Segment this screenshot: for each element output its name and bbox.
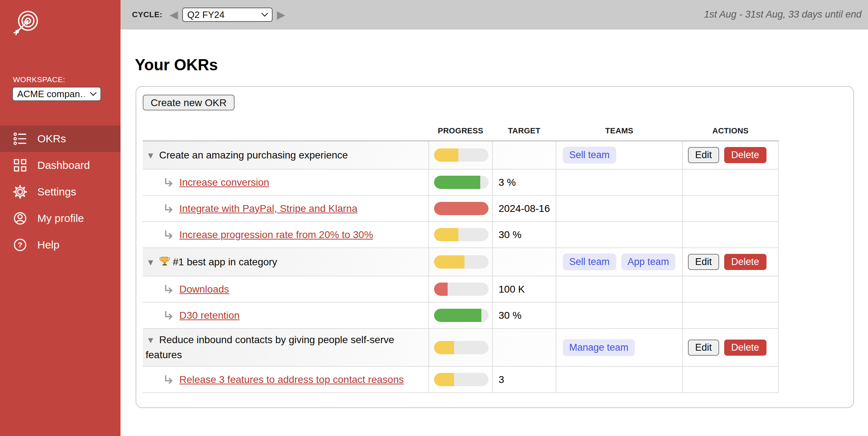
name-cell: Increase conversion xyxy=(143,169,429,195)
cycle-prev-button[interactable]: ◀ xyxy=(168,9,180,20)
okr-table: PROGRESS TARGET TEAMS ACTIONS ▼Create an… xyxy=(143,122,779,393)
key-result-link[interactable]: Release 3 features to address top contac… xyxy=(179,374,404,385)
target-cell: 2024-08-16 xyxy=(492,195,556,222)
objective-row: ▼#1 best app in categorySell teamApp tea… xyxy=(143,248,778,276)
sidebar-item-label: OKRs xyxy=(37,133,66,145)
target-cell xyxy=(492,248,556,276)
delete-button[interactable]: Delete xyxy=(724,254,766,270)
key-result-row: Downloads100 K xyxy=(143,276,778,302)
progress-cell xyxy=(429,195,492,222)
key-result-link[interactable]: Increase progression rate from 20% to 30… xyxy=(179,229,373,240)
collapse-triangle-icon[interactable]: ▼ xyxy=(146,335,155,345)
elbow-arrow-icon xyxy=(164,311,174,321)
actions-cell: EditDelete xyxy=(683,328,778,366)
objective-title: #1 best app in category xyxy=(173,256,277,267)
key-result-row: Increase conversion3 % xyxy=(143,169,778,195)
actions-cell: EditDelete xyxy=(683,141,778,169)
header-progress: PROGRESS xyxy=(429,122,492,141)
team-badge[interactable]: Sell team xyxy=(563,147,616,164)
edit-button[interactable]: Edit xyxy=(688,147,719,163)
delete-button[interactable]: Delete xyxy=(724,340,766,356)
progress-cell xyxy=(429,302,492,328)
key-result-link[interactable]: Integrate with PayPal, Stripe and Klarna xyxy=(179,203,358,214)
progress-cell xyxy=(429,328,492,366)
edit-button[interactable]: Edit xyxy=(688,254,719,270)
okr-list-icon xyxy=(13,132,27,146)
name-cell: Downloads xyxy=(143,276,429,302)
key-result-row: Release 3 features to address top contac… xyxy=(143,366,778,393)
elbow-arrow-icon xyxy=(164,177,174,188)
teams-cell xyxy=(556,276,683,302)
sidebar-item-label: Help xyxy=(37,239,60,251)
sidebar-item-dashboard[interactable]: Dashboard xyxy=(0,152,121,179)
settings-gear-icon xyxy=(13,185,27,199)
collapse-triangle-icon[interactable]: ▼ xyxy=(146,151,155,160)
actions-cell xyxy=(683,302,778,328)
edit-button[interactable]: Edit xyxy=(688,340,719,356)
target-arrow-logo-icon xyxy=(13,10,40,37)
sidebar-item-label: Dashboard xyxy=(37,159,90,171)
objective-title: Create an amazing purchasing experience xyxy=(159,150,348,161)
trophy-icon xyxy=(159,256,170,267)
progress-cell xyxy=(429,366,492,393)
cycle-select[interactable]: Q2 FY24 xyxy=(182,8,273,22)
team-badge[interactable]: App team xyxy=(621,253,676,270)
key-result-link[interactable]: D30 retention xyxy=(179,310,240,321)
actions-cell xyxy=(683,276,778,302)
key-result-row: D30 retention30 % xyxy=(143,302,778,328)
progress-bar-fill xyxy=(434,309,481,322)
workspace-select[interactable]: ACME compan… xyxy=(12,87,101,101)
teams-cell xyxy=(556,302,683,328)
profile-icon xyxy=(13,211,27,226)
sidebar-item-settings[interactable]: Settings xyxy=(0,179,121,205)
progress-bar-fill xyxy=(434,341,454,354)
progress-bar xyxy=(434,228,489,241)
progress-bar xyxy=(434,373,489,386)
team-badge[interactable]: Sell team xyxy=(563,253,616,270)
progress-cell xyxy=(429,248,492,276)
sidebar-item-label: My profile xyxy=(37,212,84,224)
create-new-okr-button[interactable]: Create new OKR xyxy=(143,95,235,110)
progress-cell xyxy=(429,276,492,302)
progress-bar-fill xyxy=(434,176,480,189)
collapse-triangle-icon[interactable]: ▼ xyxy=(146,257,155,267)
name-cell: Integrate with PayPal, Stripe and Klarna xyxy=(143,195,429,222)
sidebar: WORKSPACE: ACME compan… OKRs Dashboard xyxy=(0,0,121,436)
teams-cell: Sell team xyxy=(556,141,683,169)
key-result-link[interactable]: Downloads xyxy=(179,284,229,295)
sidebar-item-my-profile[interactable]: My profile xyxy=(0,205,121,232)
cycle-next-button[interactable]: ▶ xyxy=(275,9,287,20)
app-logo xyxy=(0,0,121,39)
teams-cell: Manage team xyxy=(556,328,683,366)
help-icon: ? xyxy=(13,238,27,252)
progress-bar-fill xyxy=(434,283,448,296)
name-cell: Release 3 features to address top contac… xyxy=(143,366,429,393)
elbow-arrow-icon xyxy=(164,375,174,385)
header-name xyxy=(143,122,429,141)
name-cell: ▼#1 best app in category xyxy=(143,248,429,276)
target-cell: 100 K xyxy=(492,276,556,302)
name-cell: ▼Create an amazing purchasing experience xyxy=(143,141,429,169)
target-cell: 30 % xyxy=(492,222,556,248)
objective-row: ▼Reduce inbound contacts by giving peopl… xyxy=(143,328,778,366)
teams-cell xyxy=(556,222,683,248)
actions-cell xyxy=(683,222,778,248)
header-teams: TEAMS xyxy=(556,122,683,141)
target-cell: 30 % xyxy=(492,302,556,328)
page-title: Your OKRs xyxy=(135,56,868,74)
name-cell: ▼Reduce inbound contacts by giving peopl… xyxy=(143,328,429,366)
sidebar-item-okrs[interactable]: OKRs xyxy=(0,125,121,152)
okr-card: Create new OKR PROGRESS TARGET TEAMS ACT… xyxy=(136,86,854,408)
actions-cell xyxy=(683,195,778,222)
team-badge[interactable]: Manage team xyxy=(563,339,635,356)
delete-button[interactable]: Delete xyxy=(724,147,766,163)
progress-cell xyxy=(429,169,492,195)
progress-bar xyxy=(434,202,489,215)
key-result-link[interactable]: Increase conversion xyxy=(179,177,269,188)
teams-cell xyxy=(556,169,683,195)
target-cell xyxy=(492,328,556,366)
target-cell xyxy=(492,141,556,169)
dashboard-icon xyxy=(13,158,27,172)
key-result-row: Increase progression rate from 20% to 30… xyxy=(143,222,778,248)
sidebar-item-help[interactable]: ? Help xyxy=(0,232,121,258)
